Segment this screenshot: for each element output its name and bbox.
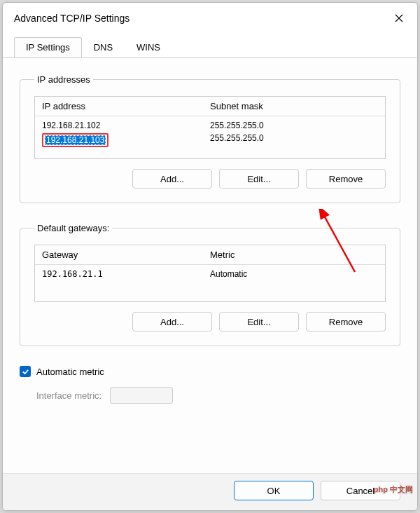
ip-edit-button[interactable]: Edit... — [219, 169, 299, 189]
gw-table-header: Gateway Metric — [35, 245, 385, 265]
window-title: Advanced TCP/IP Settings — [14, 13, 130, 24]
gw-table-body: 192.168.21.1 Automatic — [35, 265, 385, 301]
interface-metric-label: Interface metric: — [36, 390, 102, 401]
automatic-metric-row: Automatic metric — [20, 366, 400, 377]
tab-wins[interactable]: WINS — [125, 37, 172, 57]
automatic-metric-checkbox[interactable] — [20, 366, 31, 377]
ip-header-mask: Subnet mask — [210, 101, 378, 111]
gw-header-metric: Metric — [210, 249, 378, 260]
gw-add-button[interactable]: Add... — [132, 312, 212, 331]
gw-remove-button[interactable]: Remove — [306, 312, 386, 331]
tab-dns[interactable]: DNS — [82, 37, 125, 57]
automatic-metric-label: Automatic metric — [36, 367, 104, 377]
interface-metric-input — [110, 387, 173, 404]
ip-table-body: 192.168.21.102 255.255.255.0 192.168.21.… — [35, 116, 385, 158]
ip-button-row: Add... Edit... Remove — [34, 169, 386, 189]
table-row[interactable]: 192.168.21.102 255.255.255.0 — [35, 119, 385, 132]
mask-cell: 255.255.255.0 — [210, 121, 378, 130]
gw-cell: 192.168.21.1 — [42, 269, 210, 279]
gateways-table[interactable]: Gateway Metric 192.168.21.1 Automatic — [34, 245, 386, 302]
check-icon — [22, 368, 29, 376]
ok-button[interactable]: OK — [234, 481, 314, 500]
cancel-button[interactable]: Cancel — [321, 481, 400, 500]
tab-ip-settings[interactable]: IP Settings — [14, 37, 82, 57]
ip-addresses-group: IP addresses IP address Subnet mask 192.… — [20, 74, 400, 203]
titlebar: Advanced TCP/IP Settings — [3, 3, 417, 34]
tab-strip: IP Settings DNS WINS — [3, 37, 417, 58]
metric-cell: Automatic — [210, 269, 378, 279]
ip-addresses-table[interactable]: IP address Subnet mask 192.168.21.102 25… — [34, 96, 386, 159]
table-row[interactable]: 192.168.21.1 Automatic — [35, 268, 385, 280]
gateways-group: Default gateways: Gateway Metric 192.168… — [20, 223, 400, 346]
ip-remove-button[interactable]: Remove — [306, 169, 386, 189]
table-row[interactable]: 192.168.21.103 255.255.255.0 — [35, 132, 385, 149]
ip-header-address: IP address — [42, 101, 210, 111]
close-button[interactable] — [389, 8, 409, 28]
ip-addresses-legend: IP addresses — [34, 74, 93, 85]
close-icon — [395, 14, 403, 22]
dialog-footer: OK Cancel — [3, 473, 417, 510]
ip-table-header: IP address Subnet mask — [35, 97, 385, 116]
ip-add-button[interactable]: Add... — [132, 169, 212, 189]
mask-cell: 255.255.255.0 — [210, 133, 378, 147]
gw-header-gateway: Gateway — [42, 249, 210, 260]
ip-cell-selected: 192.168.21.103 — [42, 133, 210, 147]
gw-edit-button[interactable]: Edit... — [219, 312, 299, 331]
gateways-legend: Default gateways: — [34, 223, 112, 233]
gw-button-row: Add... Edit... Remove — [34, 312, 386, 331]
ip-cell: 192.168.21.102 — [42, 121, 210, 130]
interface-metric-row: Interface metric: — [20, 387, 400, 404]
content-area: IP addresses IP address Subnet mask 192.… — [3, 57, 417, 473]
